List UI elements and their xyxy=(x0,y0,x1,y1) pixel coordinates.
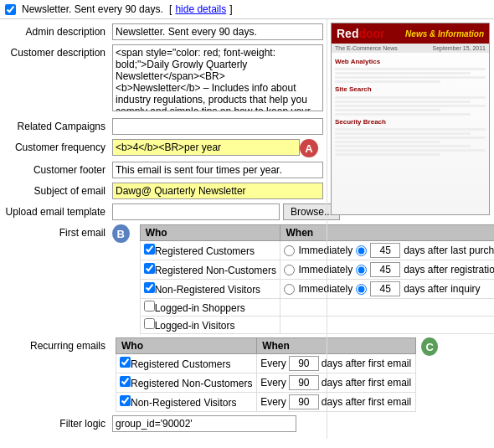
filter-row: Filter logic xyxy=(3,415,323,432)
customer-footer-input[interactable] xyxy=(112,162,323,178)
customer-desc-field: <span style="color: red; font-weight: bo… xyxy=(112,44,323,114)
related-campaigns-label: Related Campaigns xyxy=(3,118,112,132)
first-email-checkbox[interactable] xyxy=(144,301,155,312)
newsletter-title: Newsletter. Sent every 90 days. xyxy=(22,3,163,15)
first-email-checkbox[interactable] xyxy=(144,263,155,274)
customer-freq-input[interactable] xyxy=(112,139,300,156)
first-email-who-label: Registered Non-Customers xyxy=(155,265,276,276)
customer-footer-field xyxy=(112,162,323,178)
recurring-checkbox[interactable] xyxy=(120,376,131,387)
recurring-section: Recurring emails Who When Registered Cus… xyxy=(3,337,323,412)
recurring-days-input[interactable] xyxy=(289,375,319,390)
nl-line-9 xyxy=(335,113,471,116)
nl-line-13 xyxy=(335,141,440,143)
nl-line-7 xyxy=(335,105,486,107)
col-who-header: Who xyxy=(140,225,280,241)
nl-line-15 xyxy=(335,149,486,152)
nl-web-analytics-title: Web Analytics xyxy=(335,58,486,66)
subject-label: Subject of email xyxy=(3,183,112,197)
newsletter-checkbox[interactable] xyxy=(5,4,16,15)
related-campaigns-field xyxy=(112,118,323,135)
customer-freq-row: Customer frequency A xyxy=(0,138,327,158)
upload-row: Upload email template Browse... xyxy=(0,203,327,221)
upload-controls: Browse... xyxy=(112,203,340,220)
nl-line-12 xyxy=(335,136,486,139)
first-email-who-label: Registered Customers xyxy=(155,245,255,257)
subject-input[interactable] xyxy=(112,183,323,199)
nl-line-16 xyxy=(335,153,440,156)
recurring-label: Recurring emails xyxy=(3,337,112,352)
related-campaigns-input[interactable] xyxy=(112,118,323,135)
first-email-who-label: Non-Registered Visitors xyxy=(155,284,261,296)
recurring-days-input[interactable] xyxy=(289,356,319,371)
nl-line-4 xyxy=(335,80,440,83)
nl-header: Reddoor News & Information xyxy=(332,23,489,44)
recurring-checkbox[interactable] xyxy=(120,357,131,368)
customer-desc-row: Customer description <span style="color:… xyxy=(0,44,327,115)
first-email-checkbox[interactable] xyxy=(144,244,155,255)
filter-input[interactable] xyxy=(112,415,296,432)
main-container: Admin description Customer description <… xyxy=(0,19,494,439)
admin-desc-field xyxy=(112,23,323,40)
first-email-who-cell: Registered Non-Customers xyxy=(140,260,280,280)
immediately-radio[interactable] xyxy=(284,265,295,275)
nl-security-title: Security Breach xyxy=(335,118,486,126)
immediately-radio[interactable] xyxy=(284,284,295,295)
admin-desc-row: Admin description xyxy=(0,23,327,41)
rec-col-who-header: Who xyxy=(116,338,257,354)
immediately-radio[interactable] xyxy=(284,245,295,256)
recurring-who-cell: Registered Customers xyxy=(116,354,257,373)
nl-line-2 xyxy=(335,72,471,75)
badge-b-icon: B xyxy=(112,224,130,243)
recurring-checkbox[interactable] xyxy=(120,395,131,406)
subject-field xyxy=(112,183,323,199)
upload-input[interactable] xyxy=(112,203,280,220)
badge-a-icon: A xyxy=(300,139,318,157)
first-email-who-label: Logged-in Visitors xyxy=(155,320,235,332)
first-email-who-cell: Logged-in Shoppers xyxy=(140,299,280,317)
first-email-who-cell: Registered Customers xyxy=(140,241,280,260)
customer-footer-label: Customer footer xyxy=(3,162,112,176)
nl-line-6 xyxy=(335,100,471,103)
related-campaigns-row: Related Campaigns xyxy=(0,117,327,136)
first-email-section: First email B Who When View Regist xyxy=(3,224,323,334)
nl-line-14 xyxy=(335,145,471,147)
recurring-who-cell: Registered Non-Customers xyxy=(116,373,257,393)
nl-line-11 xyxy=(335,132,471,135)
left-panel: Admin description Customer description <… xyxy=(0,19,327,439)
customer-footer-row: Customer footer xyxy=(0,161,327,179)
upload-field: Browse... xyxy=(112,203,340,220)
nl-line-1 xyxy=(335,68,486,70)
nl-edition: The E-Commerce News xyxy=(335,45,398,51)
nl-line-10 xyxy=(335,128,486,131)
newsletter-preview: Reddoor News & Information The E-Commerc… xyxy=(331,23,490,215)
customer-freq-label: Customer frequency xyxy=(3,139,112,153)
recurring-who-cell: Non-Registered Visitors xyxy=(116,393,257,412)
recurring-who-label: Registered Non-Customers xyxy=(131,378,252,389)
nl-line-8 xyxy=(335,109,440,111)
nl-body: Web Analytics Site Search Security Breac… xyxy=(332,53,489,160)
first-email-checkbox[interactable] xyxy=(144,318,155,329)
admin-desc-label: Admin description xyxy=(3,23,112,38)
every-label: Every xyxy=(260,396,286,408)
upload-label: Upload email template xyxy=(3,203,112,218)
customer-desc-textarea[interactable]: <span style="color: red; font-weight: bo… xyxy=(112,44,323,111)
first-email-checkbox[interactable] xyxy=(144,282,155,293)
right-panel: Reddoor News & Information The E-Commerc… xyxy=(327,19,494,439)
first-email-who-cell: Logged-in Visitors xyxy=(140,317,280,334)
recurring-days-input[interactable] xyxy=(289,394,319,409)
nl-line-3 xyxy=(335,76,486,79)
recurring-who-label: Registered Customers xyxy=(131,358,230,370)
nl-logo: Reddoor xyxy=(337,27,385,40)
hide-details-link[interactable]: hide details xyxy=(175,3,226,15)
first-email-who-cell: Non-Registered Visitors xyxy=(140,280,280,299)
subject-row: Subject of email xyxy=(0,182,327,200)
admin-desc-input[interactable] xyxy=(112,23,323,40)
customer-desc-label: Customer description xyxy=(3,44,112,59)
nl-date: September 15, 2011 xyxy=(433,45,486,51)
nl-line-5 xyxy=(335,96,486,99)
filter-label: Filter logic xyxy=(3,418,112,430)
nl-site-search-title: Site Search xyxy=(335,85,486,94)
top-bar: Newsletter. Sent every 90 days. [hide de… xyxy=(0,0,494,19)
every-label: Every xyxy=(260,358,286,369)
